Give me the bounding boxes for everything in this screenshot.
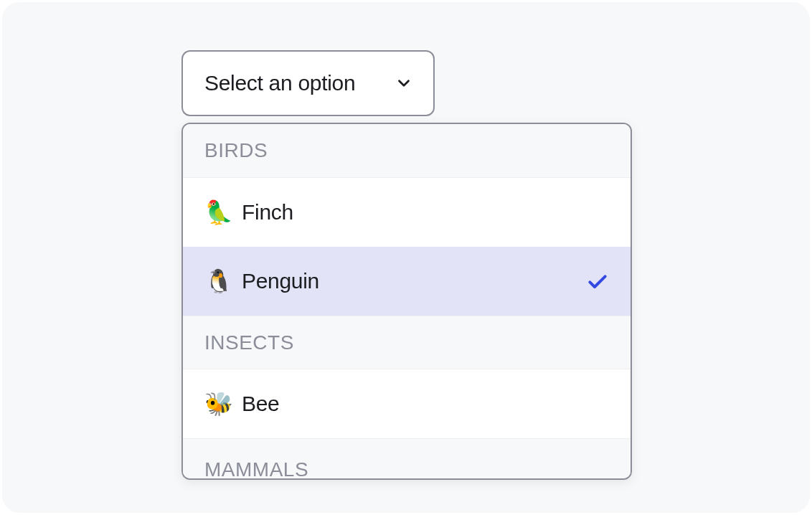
option-penguin[interactable]: 🐧 Penguin — [183, 247, 631, 316]
checkmark-icon — [586, 270, 609, 293]
app-canvas: Select an option BIRDS 🦜 Finch 🐧 Penguin — [2, 2, 810, 513]
option-label: Finch — [242, 200, 293, 225]
group-header-birds: BIRDS — [183, 124, 631, 178]
option-bee[interactable]: 🐝 Bee — [183, 369, 631, 438]
option-finch[interactable]: 🦜 Finch — [183, 178, 631, 247]
penguin-icon: 🐧 — [204, 270, 233, 293]
bee-icon: 🐝 — [204, 392, 233, 415]
group-header-mammals: MAMMALS — [183, 438, 631, 480]
option-content: 🦜 Finch — [204, 200, 293, 225]
option-label: Bee — [242, 392, 279, 416]
option-label: Penguin — [242, 269, 319, 293]
select-dropdown: BIRDS 🦜 Finch 🐧 Penguin INSECTS 🐝 Bee — [181, 123, 632, 480]
group-header-insects: INSECTS — [183, 316, 631, 369]
option-content: 🐝 Bee — [204, 392, 279, 416]
select-trigger[interactable]: Select an option — [181, 50, 435, 116]
chevron-down-icon — [395, 74, 413, 93]
parrot-icon: 🦜 — [204, 201, 233, 224]
option-content: 🐧 Penguin — [204, 269, 319, 293]
select-placeholder: Select an option — [204, 71, 355, 95]
